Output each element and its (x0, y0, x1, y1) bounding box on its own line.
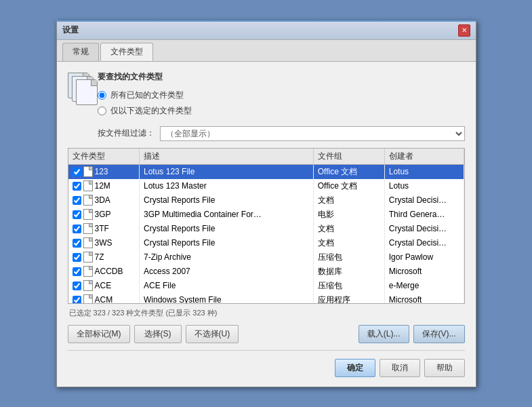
table-row[interactable]: 12MLotus 123 MasterOffice 文档Lotus (68, 179, 464, 193)
file-type-label: 12M (95, 181, 110, 191)
file-desc: 7-Zip Archive (140, 250, 314, 265)
file-group: 数据库 (313, 265, 384, 279)
cancel-button[interactable]: 取消 (380, 359, 420, 377)
file-desc: Crystal Reports File (140, 193, 314, 208)
right-content: 要查找的文件类型 所有已知的文件类型 仅以下选定的文件类型 按文件组过滤： （全… (98, 71, 465, 148)
file-creator: Crystal Decisi… (384, 193, 464, 208)
file-type-label: 3GP (95, 210, 111, 219)
file-type-label: ACCDB (95, 267, 123, 276)
file-desc: Lotus 123 Master (140, 179, 314, 193)
file-creator: Crystal Decisi… (384, 222, 464, 236)
tab-general[interactable]: 常规 (62, 43, 99, 61)
row-checkbox[interactable] (73, 253, 81, 262)
file-type-icon (83, 180, 93, 191)
tab-content: 要查找的文件类型 所有已知的文件类型 仅以下选定的文件类型 按文件组过滤： （全… (57, 62, 476, 387)
file-creator: Crystal Decisi… (384, 236, 464, 250)
file-group: 压缩包 (313, 250, 384, 265)
row-checkbox[interactable] (73, 225, 81, 233)
row-checkbox[interactable] (73, 182, 81, 191)
row-checkbox[interactable] (73, 210, 81, 219)
file-group: 电影 (313, 208, 384, 222)
table-row[interactable]: 3GP3GP Multimedia Container For…电影Third … (68, 208, 464, 222)
col-creator: 创建者 (384, 149, 464, 165)
file-group: 压缩包 (313, 279, 384, 293)
file-type-label: 3DA (95, 195, 110, 205)
file-type-icon (83, 166, 93, 177)
row-checkbox[interactable] (73, 168, 81, 176)
table-row[interactable]: ACEACE File压缩包e-Merge (68, 279, 464, 293)
file-creator: Igor Pawlow (384, 250, 464, 265)
file-type-icon (83, 294, 93, 304)
file-type-icon (83, 223, 93, 234)
file-group: 文档 (313, 193, 384, 208)
table-row[interactable]: ACMWindows System File应用程序Microsoft (68, 293, 464, 304)
radio-group: 所有已知的文件类型 仅以下选定的文件类型 (98, 90, 465, 117)
save-button[interactable]: 保存(V)... (413, 325, 465, 343)
tab-filetypes[interactable]: 文件类型 (100, 43, 153, 61)
radio-selected-types[interactable]: 仅以下选定的文件类型 (98, 105, 465, 117)
file-type-icon (83, 237, 93, 248)
select-all-button[interactable]: 全部标记(M) (68, 325, 130, 343)
bottom-buttons: 确定 取消 帮助 (68, 356, 465, 379)
file-type-icon (83, 280, 93, 291)
file-type-icon (83, 252, 93, 263)
file-icon-3 (76, 79, 98, 105)
section-title: 要查找的文件类型 (98, 71, 465, 83)
file-group: 应用程序 (313, 293, 384, 304)
radio-all-types-input[interactable] (98, 91, 106, 100)
load-button[interactable]: 载入(L)... (359, 325, 409, 343)
ok-button[interactable]: 确定 (335, 359, 375, 377)
col-group: 文件组 (313, 149, 384, 165)
dialog: 设置 ✕ 常规 文件类型 要查找的文件类型 (56, 20, 476, 387)
file-desc: Access 2007 (140, 265, 314, 279)
dialog-title: 设置 (62, 24, 79, 36)
file-type-icon (83, 209, 93, 220)
file-icon-area (68, 71, 98, 148)
file-types-table[interactable]: 文件类型 描述 文件组 创建者 123Lotus 123 FileOffice … (68, 148, 465, 304)
table-row[interactable]: 3WSCrystal Reports File文档Crystal Decisi… (68, 236, 464, 250)
filter-label: 按文件组过滤： (98, 128, 155, 139)
title-bar: 设置 ✕ (57, 22, 476, 40)
select-button[interactable]: 选择(S) (134, 325, 182, 343)
file-desc: ACE File (140, 279, 314, 293)
file-type-label: 123 (95, 167, 108, 176)
file-creator: Microsoft (384, 265, 464, 279)
status-bar: 已选定 323 / 323 种文件类型 (已显示 323 种) (68, 308, 465, 318)
row-checkbox[interactable] (73, 196, 81, 205)
file-type-label: ACM (95, 295, 113, 304)
file-group: Office 文档 (313, 179, 384, 193)
filter-select[interactable]: （全部显示） (160, 126, 465, 141)
file-type-label: 3WS (95, 238, 112, 248)
row-checkbox[interactable] (73, 267, 81, 276)
table-row[interactable]: 7Z7-Zip Archive压缩包Igor Pawlow (68, 250, 464, 265)
file-creator: Lotus (384, 179, 464, 193)
file-type-icon (83, 266, 93, 277)
radio-selected-types-input[interactable] (98, 106, 106, 115)
file-desc: 3GP Multimedia Container For… (140, 208, 314, 222)
table-row[interactable]: 123Lotus 123 FileOffice 文档Lotus (68, 164, 464, 179)
col-desc: 描述 (140, 149, 314, 165)
file-type-label: ACE (95, 281, 112, 290)
file-desc: Crystal Reports File (140, 236, 314, 250)
close-button[interactable]: ✕ (458, 24, 470, 37)
file-desc: Lotus 123 File (140, 164, 314, 179)
row-checkbox[interactable] (73, 239, 81, 248)
row-checkbox[interactable] (73, 282, 81, 290)
file-creator: Lotus (384, 164, 464, 179)
row-checkbox[interactable] (73, 296, 81, 304)
radio-all-types[interactable]: 所有已知的文件类型 (98, 90, 465, 101)
file-group: 文档 (313, 222, 384, 236)
table-row[interactable]: 3DACrystal Reports File文档Crystal Decisi… (68, 193, 464, 208)
help-button[interactable]: 帮助 (424, 359, 465, 377)
file-desc: Crystal Reports File (140, 222, 314, 236)
table-row[interactable]: ACCDBAccess 2007数据库Microsoft (68, 265, 464, 279)
file-desc: Windows System File (140, 293, 314, 304)
file-creator: Third Genera… (384, 208, 464, 222)
filter-row: 按文件组过滤： （全部显示） (98, 126, 465, 141)
table-row[interactable]: 3TFCrystal Reports File文档Crystal Decisi… (68, 222, 464, 236)
action-buttons: 全部标记(M) 选择(S) 不选择(U) 载入(L)... 保存(V)... (68, 325, 465, 343)
bottom-divider (68, 350, 465, 351)
deselect-button[interactable]: 不选择(U) (186, 325, 239, 343)
file-type-icon (83, 195, 93, 206)
col-filetype: 文件类型 (68, 149, 140, 165)
